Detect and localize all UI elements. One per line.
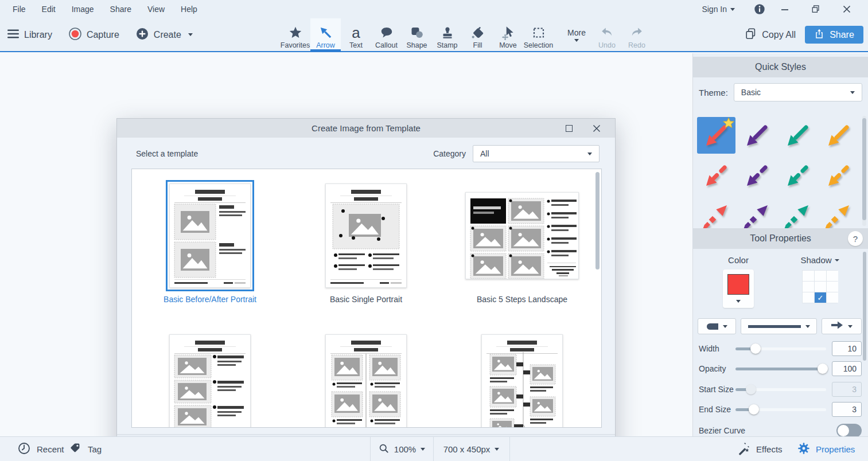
template-item-quad-portrait[interactable] xyxy=(288,320,444,428)
theme-dropdown[interactable]: Basic xyxy=(734,83,862,101)
shadow-cell-0[interactable] xyxy=(803,271,814,281)
menu-view[interactable]: View xyxy=(139,5,173,14)
effects-button[interactable]: Effects xyxy=(737,437,783,461)
shadow-cell-1[interactable] xyxy=(815,271,826,281)
endcap-style-dropdown[interactable] xyxy=(698,318,736,334)
color-picker-button[interactable] xyxy=(723,269,754,308)
capture-record-icon xyxy=(68,27,82,43)
tool-callout[interactable]: Callout xyxy=(371,18,402,51)
shadow-dropdown[interactable]: Shadow xyxy=(797,255,842,265)
arrow-style-solid-0-selected[interactable] xyxy=(697,117,735,154)
tool-favorites[interactable]: Favorites xyxy=(280,18,310,51)
template-thumbnail[interactable] xyxy=(481,334,563,428)
arrow-style-solid-2[interactable] xyxy=(779,117,817,154)
close-button[interactable] xyxy=(837,5,857,14)
width-value-input[interactable]: 10 xyxy=(832,341,862,356)
template-thumbnail[interactable] xyxy=(325,334,407,428)
dialog-titlebar[interactable]: Create Image from Template xyxy=(117,119,615,138)
end-size-slider-knob[interactable] xyxy=(749,404,759,415)
line-style-dropdown[interactable] xyxy=(741,318,817,334)
redo-icon xyxy=(629,24,644,41)
template-list-scrollbar[interactable] xyxy=(595,172,600,269)
info-icon[interactable] xyxy=(750,3,769,15)
arrow-style-dotted-2[interactable] xyxy=(779,197,817,228)
shadow-cell-7-checked[interactable]: ✓ xyxy=(815,292,826,303)
category-dropdown[interactable]: All xyxy=(473,145,600,162)
arrow-style-dashed-3[interactable] xyxy=(819,157,858,194)
shadow-cell-2[interactable] xyxy=(827,271,838,281)
menu-edit[interactable]: Edit xyxy=(34,5,64,14)
opacity-slider-knob[interactable] xyxy=(818,364,828,374)
arrow-style-dropdown[interactable] xyxy=(822,318,862,334)
tag-button[interactable]: Tag xyxy=(69,437,102,461)
properties-button[interactable]: Properties xyxy=(797,437,855,461)
share-button[interactable]: Share xyxy=(805,26,863,44)
tool-properties-help-button[interactable]: ? xyxy=(848,231,863,246)
tool-more[interactable]: More xyxy=(563,18,590,51)
template-thumbnail[interactable] xyxy=(465,192,579,279)
template-item-three-steps-portrait[interactable] xyxy=(132,320,288,428)
dialog-close-button[interactable] xyxy=(586,119,607,138)
minimize-button[interactable] xyxy=(775,5,795,14)
undo-label: Undo xyxy=(598,41,616,49)
arrow-style-dotted-3[interactable] xyxy=(819,197,858,228)
template-thumbnail[interactable] xyxy=(169,334,251,428)
arrow-style-dashed-2[interactable] xyxy=(779,157,817,194)
sign-in-menu[interactable]: Sign In xyxy=(702,5,735,14)
chevron-down-icon xyxy=(421,448,425,451)
arrow-style-dashed-1[interactable] xyxy=(738,157,776,194)
template-item-basic-5-steps-landscape[interactable]: Basic 5 Steps Landscape xyxy=(444,169,600,320)
bezier-curve-toggle[interactable] xyxy=(836,424,862,437)
tool-shape[interactable]: Shape xyxy=(402,18,432,51)
menu-image[interactable]: Image xyxy=(64,5,102,14)
arrow-style-solid-3[interactable] xyxy=(819,117,858,154)
shadow-cell-6[interactable] xyxy=(803,292,814,303)
quick-styles-scrollbar[interactable] xyxy=(862,116,866,226)
shadow-cell-3[interactable] xyxy=(803,282,814,292)
shadow-label: Shadow xyxy=(800,255,831,265)
template-list: Basic Before/After PortraitBasic Single … xyxy=(131,169,602,428)
menu-share[interactable]: Share xyxy=(102,5,139,14)
tool-selection[interactable]: Selection xyxy=(523,18,554,51)
dialog-maximize-button[interactable] xyxy=(559,119,579,138)
tool-stamp[interactable]: Stamp xyxy=(432,18,462,51)
template-item-basic-single-portrait[interactable]: Basic Single Portrait xyxy=(288,169,444,320)
undo-button[interactable]: Undo xyxy=(592,18,622,51)
arrow-style-dashed-0[interactable] xyxy=(697,157,735,194)
restore-button[interactable] xyxy=(806,4,826,14)
width-slider-knob[interactable] xyxy=(750,343,761,354)
shadow-cell-5[interactable] xyxy=(827,282,838,292)
template-thumbnail[interactable] xyxy=(169,183,251,288)
template-item-basic-before-after-portrait[interactable]: Basic Before/After Portrait xyxy=(132,169,288,320)
arrow-style-solid-1[interactable] xyxy=(738,117,776,154)
create-button[interactable]: Create xyxy=(135,27,193,43)
tool-text[interactable]: aText xyxy=(341,18,371,51)
template-item-timeline-portrait[interactable] xyxy=(444,320,600,428)
menu-help[interactable]: Help xyxy=(173,5,205,14)
tool-move[interactable]: Move xyxy=(493,18,523,51)
capture-button[interactable]: Capture xyxy=(68,27,119,43)
shadow-cell-8[interactable] xyxy=(827,292,838,303)
tool-properties-scrollbar[interactable] xyxy=(863,252,866,433)
opacity-slider[interactable] xyxy=(735,363,826,374)
copy-all-button[interactable]: Copy All xyxy=(745,28,796,42)
tool-label: Text xyxy=(349,41,363,49)
zoom-control[interactable]: 100% xyxy=(370,437,433,461)
arrow-style-dotted-1[interactable] xyxy=(738,197,776,228)
canvas-size-control[interactable]: 700 x 450px xyxy=(433,437,509,461)
effects-label: Effects xyxy=(756,444,783,454)
library-button[interactable]: Library xyxy=(7,29,52,41)
shadow-cell-4[interactable] xyxy=(815,282,826,292)
menu-file[interactable]: File xyxy=(5,5,34,14)
end-size-slider[interactable] xyxy=(735,404,826,415)
end-size-value-input[interactable]: 3 xyxy=(832,402,862,417)
recent-button[interactable]: Recent xyxy=(17,437,64,461)
tool-fill[interactable]: Fill xyxy=(462,18,493,51)
sign-in-label: Sign In xyxy=(702,5,727,14)
template-thumbnail[interactable] xyxy=(325,183,407,288)
opacity-value-input[interactable]: 100 xyxy=(832,361,862,376)
arrow-style-dotted-0[interactable] xyxy=(697,197,735,228)
width-slider[interactable] xyxy=(735,343,826,354)
tool-arrow[interactable]: Arrow xyxy=(310,18,341,51)
redo-button[interactable]: Redo xyxy=(622,18,652,51)
